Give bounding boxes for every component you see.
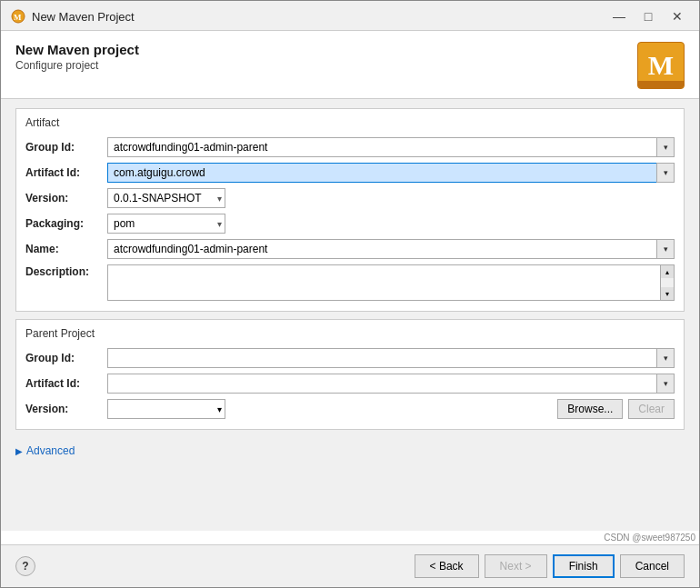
minimize-button[interactable]: —	[606, 6, 632, 26]
artifact-id-input-wrapper: ▾	[107, 163, 675, 183]
parent-section-label: Parent Project	[25, 327, 675, 340]
parent-version-field: ▾ Browse... Clear	[107, 396, 675, 422]
close-button[interactable]: ✕	[665, 6, 690, 26]
packaging-label: Packaging:	[25, 214, 107, 234]
artifact-section: Artifact Group Id: ▾ Artifact Id: ▾	[15, 108, 685, 312]
parent-group-id-input[interactable]	[107, 348, 656, 368]
group-id-input-wrapper: ▾	[107, 137, 675, 157]
svg-text:M: M	[14, 13, 22, 22]
packaging-select[interactable]: pom jar war	[107, 214, 225, 234]
watermark: CSDN @sweet987250	[1, 531, 699, 544]
name-field: ▾	[107, 236, 675, 262]
packaging-select-wrapper: pom jar war ▾	[107, 214, 225, 234]
description-scrollbar: ▴ ▾	[660, 264, 675, 301]
version-select-wrapper: 0.0.1-SNAPSHOT ▾	[107, 188, 225, 208]
parent-artifact-id-label: Artifact Id:	[25, 374, 107, 394]
dialog-subtitle: Configure project	[15, 59, 139, 72]
parent-artifact-id-input-wrapper: ▾	[107, 374, 675, 394]
parent-artifact-id-input[interactable]	[107, 374, 656, 394]
parent-artifact-id-dropdown-btn[interactable]: ▾	[656, 374, 675, 394]
clear-button[interactable]: Clear	[628, 399, 675, 419]
dialog-content: Artifact Group Id: ▾ Artifact Id: ▾	[1, 99, 699, 531]
app-icon: M	[10, 8, 26, 25]
title-bar-text: New Maven Project	[32, 10, 606, 24]
title-bar-controls: — □ ✕	[606, 6, 690, 26]
parent-version-select[interactable]	[107, 399, 225, 419]
artifact-form-grid: Group Id: ▾ Artifact Id: ▾ Version	[25, 135, 675, 304]
artifact-id-input[interactable]	[107, 163, 656, 183]
name-dropdown-btn[interactable]: ▾	[656, 239, 675, 259]
version-label: Version:	[25, 188, 107, 208]
parent-group-id-input-wrapper: ▾	[107, 348, 675, 368]
advanced-label: Advanced	[26, 444, 75, 457]
group-id-dropdown-btn[interactable]: ▾	[656, 137, 675, 157]
parent-version-row: ▾ Browse... Clear	[107, 399, 675, 419]
scroll-up-btn[interactable]: ▴	[661, 265, 674, 278]
name-label: Name:	[25, 239, 107, 259]
parent-form-grid: Group Id: ▾ Artifact Id: ▾ Version	[25, 345, 675, 422]
footer-right: < Back Next > Finish Cancel	[415, 554, 685, 578]
artifact-id-dropdown-btn[interactable]: ▾	[656, 163, 675, 183]
artifact-section-label: Artifact	[25, 116, 675, 129]
artifact-id-field: ▾	[107, 160, 675, 185]
title-bar: M New Maven Project — □ ✕	[1, 1, 699, 31]
advanced-row[interactable]: ▶ Advanced	[15, 437, 685, 461]
description-input[interactable]	[107, 264, 675, 301]
version-select[interactable]: 0.0.1-SNAPSHOT	[107, 188, 225, 208]
browse-button[interactable]: Browse...	[557, 399, 623, 419]
dialog-header: New Maven project Configure project M	[1, 31, 699, 99]
window: M New Maven Project — □ ✕ New Maven proj…	[0, 0, 700, 588]
back-button[interactable]: < Back	[415, 554, 479, 578]
group-id-input[interactable]	[107, 137, 656, 157]
version-field: 0.0.1-SNAPSHOT ▾	[107, 185, 675, 211]
dialog-footer: ? < Back Next > Finish Cancel	[1, 544, 699, 587]
description-field: ▴ ▾	[107, 262, 675, 304]
name-input[interactable]	[107, 239, 656, 259]
group-id-label: Group Id:	[25, 137, 107, 157]
description-label: Description:	[25, 262, 107, 282]
maven-logo: M	[637, 42, 685, 89]
next-button[interactable]: Next >	[485, 554, 547, 578]
parent-artifact-id-field: ▾	[107, 371, 675, 396]
group-id-field: ▾	[107, 135, 675, 160]
name-input-wrapper: ▾	[107, 239, 675, 259]
dialog-header-text: New Maven project Configure project	[15, 42, 139, 72]
scroll-down-btn[interactable]: ▾	[661, 287, 674, 300]
advanced-arrow-icon: ▶	[15, 446, 23, 456]
finish-button[interactable]: Finish	[553, 554, 615, 578]
dialog-title: New Maven project	[15, 42, 139, 57]
packaging-field: pom jar war ▾	[107, 211, 675, 236]
maximize-button[interactable]: □	[635, 6, 661, 26]
parent-version-select-wrapper: ▾	[107, 399, 225, 419]
parent-version-label: Version:	[25, 399, 107, 419]
parent-group-id-label: Group Id:	[25, 348, 107, 368]
artifact-id-label: Artifact Id:	[25, 163, 107, 183]
description-textarea-wrapper: ▴ ▾	[107, 264, 675, 301]
footer-left: ?	[15, 556, 35, 576]
parent-group-id-field: ▾	[107, 345, 675, 371]
help-button[interactable]: ?	[15, 556, 35, 576]
parent-group-id-dropdown-btn[interactable]: ▾	[656, 348, 675, 368]
parent-section: Parent Project Group Id: ▾ Artifact Id: …	[15, 319, 685, 430]
cancel-button[interactable]: Cancel	[620, 554, 685, 578]
